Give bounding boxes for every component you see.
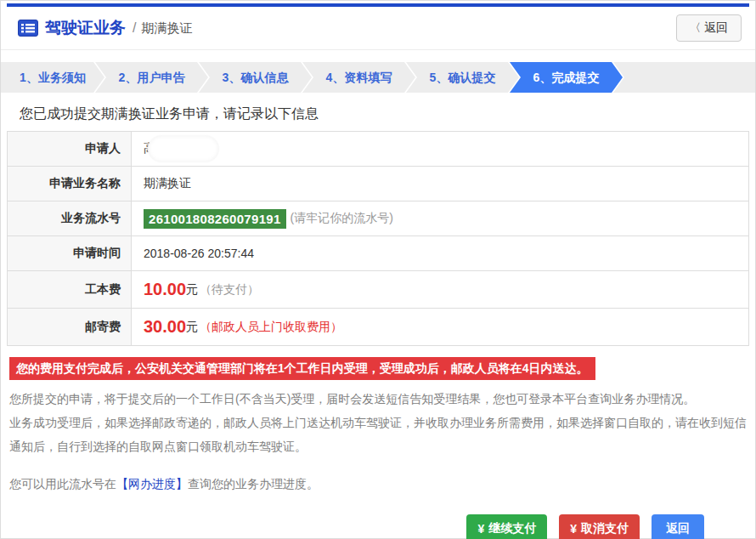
table-row: 申请业务名称 期满换证 — [8, 167, 748, 201]
row-value-postage-fee: 30.00 元 （邮政人员上门收取费用） — [132, 309, 748, 345]
progress-note-suffix: 查询您的业务办理进度。 — [188, 477, 319, 491]
production-fee-status: （待支付） — [200, 282, 259, 298]
row-label-production-fee: 工本费 — [8, 271, 132, 308]
serial-number-badge: 261001808260079191 — [144, 209, 286, 229]
success-message: 您已成功提交期满换证业务申请，请记录以下信息 — [20, 105, 755, 123]
table-row: 邮寄费 30.00 元 （邮政人员上门收取费用） — [8, 309, 748, 345]
application-info-table: 申请人 高 申请业务名称 期满换证 业务流水号 2610018082600791… — [7, 131, 749, 346]
row-label-applicant: 申请人 — [8, 132, 132, 166]
progress-menu-reference: 【网办进度】 — [116, 477, 188, 491]
row-label-service-name: 申请业务名称 — [8, 167, 132, 201]
cancel-payment-button[interactable]: ¥ 取消支付 — [559, 514, 640, 539]
page-card: 驾驶证业务 / 期满换证 〈 返回 1、业务须知 2、用户申告 3、确认信息 4… — [0, 0, 756, 539]
serial-number-note: (请牢记你的流水号) — [291, 211, 393, 226]
continue-payment-button[interactable]: ¥ 继续支付 — [466, 514, 547, 539]
table-row: 业务流水号 261001808260079191 (请牢记你的流水号) — [8, 201, 748, 236]
header-back-label: 返回 — [704, 20, 728, 36]
name-redaction-blur — [152, 139, 215, 158]
return-button[interactable]: 返回 — [652, 514, 704, 539]
payment-warning-banner: 您的费用支付完成后，公安机关交通管理部门将在1个工作日内受理，受理成功后，邮政人… — [9, 357, 595, 380]
page-header: 驾驶证业务 / 期满换证 〈 返回 — [1, 7, 755, 50]
list-document-icon — [18, 20, 38, 37]
step-2-user-declaration: 2、用户申告 — [95, 62, 208, 93]
table-row: 申请人 高 — [8, 132, 748, 167]
postage-fee-note: （邮政人员上门收取费用） — [200, 320, 342, 335]
step-5-confirm-submit: 5、确认提交 — [406, 62, 519, 93]
production-fee-amount: 10.00 — [144, 280, 186, 299]
progress-query-note: 您可以用此流水号在【网办进度】查询您的业务办理进度。 — [9, 477, 747, 492]
row-label-postage-fee: 邮寄费 — [8, 309, 132, 345]
process-description: 您所提交的申请，将于提交后的一个工作日(不含当天)受理，届时会发送短信告知受理结… — [9, 387, 747, 458]
process-paragraph-1: 您所提交的申请，将于提交后的一个工作日(不含当天)受理，届时会发送短信告知受理结… — [9, 387, 747, 411]
chevron-left-icon: 〈 — [690, 20, 701, 36]
yuan-icon: ¥ — [477, 522, 484, 536]
row-value-service-name: 期满换证 — [132, 167, 748, 201]
production-fee-unit: 元 — [186, 282, 198, 298]
row-value-production-fee: 10.00 元 （待支付） — [132, 271, 748, 308]
action-button-row: ¥ 继续支付 ¥ 取消支付 返回 — [1, 514, 755, 539]
postage-fee-unit: 元 — [186, 320, 198, 335]
service-name: 期满换证 — [144, 176, 191, 191]
progress-note-prefix: 您可以用此流水号在 — [9, 477, 116, 491]
continue-payment-label: 继续支付 — [488, 521, 536, 536]
row-value-serial-number: 261001808260079191 (请牢记你的流水号) — [132, 201, 748, 235]
header-back-button[interactable]: 〈 返回 — [676, 14, 742, 42]
step-3-confirm-info: 3、确认信息 — [199, 62, 312, 93]
breadcrumb-current: 期满换证 — [141, 20, 192, 37]
table-row: 申请时间 2018-08-26 20:57:44 — [8, 236, 748, 271]
row-label-apply-time: 申请时间 — [8, 236, 132, 270]
cancel-payment-label: 取消支付 — [581, 521, 629, 536]
yuan-icon: ¥ — [570, 522, 577, 536]
apply-timestamp: 2018-08-26 20:57:44 — [144, 247, 254, 260]
row-value-applicant: 高 — [132, 132, 748, 166]
postage-fee-amount: 30.00 — [144, 317, 186, 337]
breadcrumb-separator: / — [133, 20, 136, 36]
step-bar-filler — [613, 62, 755, 93]
step-progress-bar: 1、业务须知 2、用户申告 3、确认信息 4、资料填写 5、确认提交 6、完成提… — [1, 62, 755, 93]
row-value-apply-time: 2018-08-26 20:57:44 — [132, 236, 748, 270]
page-title: 驾驶证业务 — [45, 17, 126, 39]
row-label-serial-number: 业务流水号 — [8, 201, 132, 235]
step-4-fill-materials: 4、资料填写 — [302, 62, 415, 93]
table-row: 工本费 10.00 元 （待支付） — [8, 271, 748, 309]
return-button-label: 返回 — [666, 521, 690, 536]
step-6-complete-submit: 6、完成提交 — [510, 62, 623, 93]
step-1-business-notice: 1、业务须知 — [1, 62, 104, 93]
process-paragraph-2: 业务成功受理后，如果选择邮政寄递的，邮政人员将上门送达机动车驾驶证，并收取办理业… — [9, 411, 747, 458]
